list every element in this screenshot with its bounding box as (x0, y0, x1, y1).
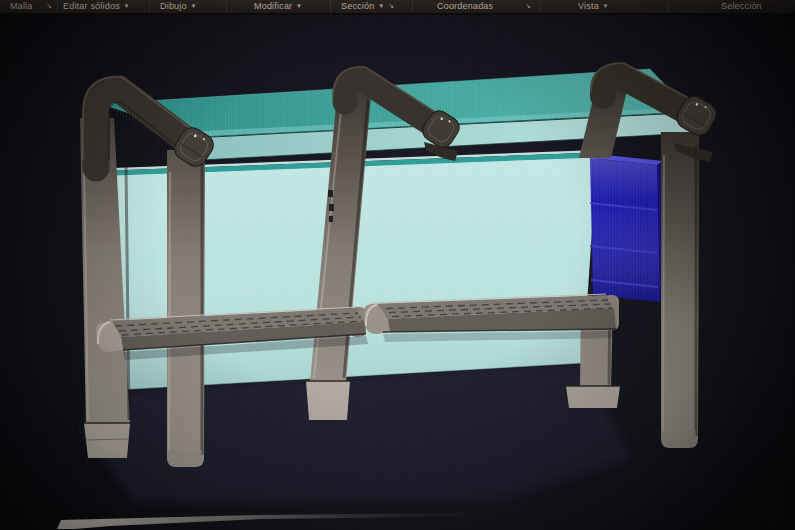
front-leg-right[interactable] (661, 132, 699, 448)
panel-malla-label: Malla (10, 1, 33, 11)
panel-vista[interactable]: Vista▾ (578, 0, 608, 13)
panel-separator (540, 1, 541, 12)
panel-vista-label: Vista (578, 1, 599, 11)
panel-editar-solidos[interactable]: Editar sólidos▾ (63, 0, 129, 13)
panel-editar-solidos-label: Editar sólidos (63, 1, 120, 11)
dropdown-arrow-icon[interactable]: ▾ (379, 2, 383, 9)
panel-separator (226, 1, 227, 12)
dropdown-arrow-icon[interactable]: ▾ (125, 2, 129, 9)
ad-panel-pixel-stripes (588, 155, 668, 305)
panel-separator (330, 1, 331, 12)
panel-separator (668, 1, 669, 12)
panel-separator (412, 1, 413, 12)
panel-malla[interactable]: Malla (10, 0, 33, 13)
panel-seleccion[interactable]: Selección (721, 0, 762, 13)
front-leg-left[interactable] (167, 150, 205, 467)
front-leg-left-tip (168, 450, 202, 466)
rear-leg-left-foot (84, 423, 130, 458)
panel-modificar-label: Modificar (254, 1, 292, 11)
panel-launcher-icon[interactable]: ↘ (525, 0, 531, 13)
panel-dibujo[interactable]: Dibujo▾ (160, 0, 195, 13)
panel-separator (149, 1, 150, 12)
ad-panel[interactable] (588, 154, 668, 305)
panel-launcher-icon[interactable]: ↘ (46, 0, 52, 13)
front-leg-right-tip (662, 431, 696, 447)
panel-coordenadas-label: Coordenadas (437, 1, 493, 11)
dropdown-arrow-icon[interactable]: ▾ (192, 2, 196, 9)
dropdown-arrow-icon[interactable]: ▾ (604, 2, 608, 9)
panel-separator (57, 1, 58, 12)
panel-launcher-icon[interactable]: ↘ (388, 2, 394, 9)
rear-leg-right-foot (566, 386, 620, 408)
panel-seccion-label: Sección (341, 1, 374, 11)
front-leg-right-highlight (663, 155, 664, 433)
bus-shelter-model[interactable] (57, 63, 720, 529)
cad-3d-viewport[interactable] (0, 0, 795, 530)
panel-seleccion-label: Selección (721, 1, 762, 11)
front-leg-left-highlight (169, 172, 170, 452)
cad-application-window: Malla ↘ Editar sólidos▾ Dibujo▾ Modifica… (0, 0, 795, 530)
panel-seccion[interactable]: Sección▾↘ (341, 0, 394, 13)
dropdown-arrow-icon[interactable]: ▾ (297, 2, 301, 9)
rear-leg-middle-foot (306, 381, 350, 420)
panel-coordenadas[interactable]: Coordenadas (437, 0, 493, 13)
ribbon-panel-bar: Malla ↘ Editar sólidos▾ Dibujo▾ Modifica… (0, 0, 795, 15)
panel-dibujo-label: Dibujo (160, 1, 187, 11)
panel-modificar[interactable]: Modificar▾ (254, 0, 301, 13)
